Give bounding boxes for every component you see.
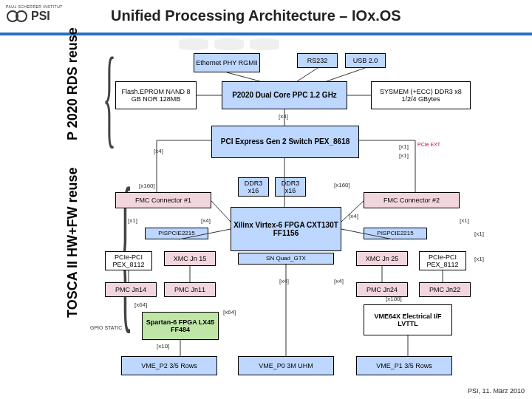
node-flash: Flash.EPROM NAND 8 GB NOR 128MB (115, 81, 197, 109)
node-pmc24: PMC Jn24 (356, 282, 408, 297)
node-xmc-left: XMC Jn 15 (164, 251, 216, 266)
bus-x64: [x64] (134, 301, 147, 308)
node-vme64x: VME64X Electrical I/F LVTTL (364, 304, 452, 335)
node-p2020: P2020 Dual Core PPC 1.2 GHz (222, 81, 347, 109)
bus-x4: [x4] (279, 278, 289, 284)
svg-line-4 (327, 68, 365, 81)
bus-gpio: GPIO STATIC (90, 325, 122, 330)
bus-x10: [x10] (157, 343, 169, 349)
bus-x1: [x1] (460, 217, 469, 224)
svg-line-13 (211, 201, 231, 222)
node-usb: USB 2.0 (345, 53, 386, 68)
side-label-bottom: TOSCA II HW+FW reuse (65, 167, 81, 318)
node-pmc22: PMC Jn22 (419, 282, 471, 297)
psi-logo: PAUL SCHERRER INSTITUT PSI (6, 4, 63, 23)
bus-x4: [x4] (201, 217, 211, 224)
io-cylinder (214, 38, 244, 50)
node-rs232: RS232 (297, 53, 338, 68)
bus-x160: [x160] (334, 182, 350, 188)
bus-x1: [x1] (474, 231, 484, 237)
bus-x4: [x4] (154, 148, 163, 154)
node-xmc-right: XMC Jn 25 (356, 251, 408, 266)
footer-date: PSI, 11. März 2010 (468, 387, 525, 395)
bus-x1: [x1] (128, 217, 137, 224)
page-title: Unified Processing Architecture – IOx.OS (111, 7, 401, 24)
side-label-top: P 2020 RDS reuse (65, 27, 81, 140)
node-ddr3: DDR3 x16 (275, 177, 306, 197)
bus-x100: [x100] (386, 296, 402, 302)
io-cylinder (179, 38, 208, 50)
node-pmc11: PMC Jn11 (164, 282, 216, 297)
bus-pcie-ext: PCIe EXT (417, 142, 440, 147)
node-vme-p1: VME_P1 3/5 Rows (356, 356, 452, 375)
node-sngtx: SN Quad_GTX (238, 253, 334, 265)
node-vme-p2: VME_P2 3/5 Rows (121, 356, 217, 375)
bus-x4: [x4] (279, 113, 288, 120)
bus-x1: [x1] (399, 143, 409, 150)
node-pcipci-right: PCIe-PCI PEX_8112 (419, 251, 466, 270)
bus-x64: [x64] (223, 309, 236, 316)
io-cylinder (250, 38, 279, 50)
node-pmc14: PMC Jn14 (105, 282, 157, 297)
svg-line-2 (227, 72, 260, 81)
node-ethernet: Ethernet PHY RGMII (194, 53, 260, 72)
node-xilinx: Xilinx Virtex-6 FPGA CXT130T FF1156 (231, 207, 341, 251)
node-fmc1: FMC Connector #1 (115, 192, 211, 208)
bus-x4: [x4] (334, 278, 344, 284)
node-pispcie-left: PISPCIE2215 (145, 228, 208, 239)
node-fmc2: FMC Connector #2 (364, 192, 460, 208)
bus-x1: [x1] (399, 152, 409, 159)
bus-x1: [x1] (474, 256, 484, 262)
bus-x4: [x4] (349, 213, 358, 219)
bus-x160: [x160] (139, 183, 155, 189)
node-vme-p0: VME_P0 3M UHM (238, 356, 334, 375)
node-sysmem: SYSMEM (+ECC) DDR3 x8 1/2/4 GBytes (371, 81, 471, 109)
node-pispcie-right: PISPCIE2215 (364, 228, 427, 239)
architecture-diagram: Ethernet PHY RGMII RS232 USB 2.0 Flash.E… (90, 37, 505, 375)
svg-line-3 (297, 68, 318, 81)
node-spartan: Spartan-6 FPGA LX45 FF484 (142, 312, 219, 340)
node-ddr3: DDR3 x16 (238, 177, 269, 197)
node-pex: PCI Express Gen 2 Switch PEX_8618 (211, 126, 359, 158)
node-pcipci-left: PCIe-PCI PEX_8112 (105, 251, 152, 270)
